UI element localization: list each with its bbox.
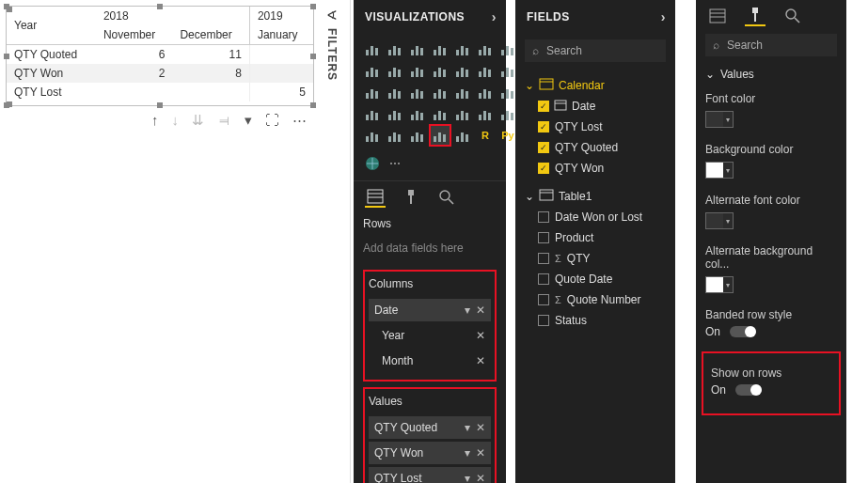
checkbox[interactable] (538, 232, 549, 243)
viz-r-visual[interactable] (498, 104, 517, 123)
viz-stacked-col-100[interactable] (453, 39, 472, 58)
banded-toggle[interactable] (730, 326, 756, 337)
arcgis-icon[interactable] (363, 154, 382, 173)
viz-ribbon[interactable] (453, 61, 472, 80)
field-pill[interactable]: QTY Lost▾✕ (369, 467, 491, 483)
chevron-down-icon[interactable]: ▾ (465, 472, 470, 483)
viz-card[interactable] (363, 104, 382, 123)
remove-icon[interactable]: ✕ (476, 329, 485, 342)
field-row[interactable]: QTY Won (525, 158, 666, 179)
checkbox[interactable] (538, 121, 549, 132)
viz-waterfall[interactable] (476, 61, 495, 80)
checkbox[interactable] (538, 211, 549, 223)
viz-kpi[interactable] (408, 104, 427, 123)
field-row[interactable]: QTY Lost (525, 117, 666, 137)
drill-up-icon[interactable]: ↑ (151, 112, 159, 129)
matrix-visual[interactable]: Year20182019NovemberDecemberJanuaryQTY Q… (6, 6, 314, 106)
viz-multi-card[interactable] (386, 104, 404, 123)
chevron-right-icon[interactable]: › (492, 9, 497, 24)
show-rows-toggle[interactable] (735, 384, 762, 396)
viz-line[interactable] (498, 39, 517, 58)
viz-paginated[interactable] (453, 126, 472, 145)
viz-table[interactable] (453, 104, 472, 123)
chevron-down-icon[interactable]: ▾ (465, 421, 470, 434)
focus-mode-icon[interactable]: ⛶ (265, 112, 279, 129)
viz-map[interactable] (431, 83, 450, 101)
viz-matrix[interactable] (476, 104, 495, 123)
expand-down-icon[interactable]: ⇊ (192, 112, 204, 129)
drill-down-icon[interactable]: ↓ (172, 112, 180, 129)
field-row[interactable]: Quote Date (525, 269, 666, 289)
font-color-swatch[interactable]: ▾ (705, 111, 734, 128)
viz-donut[interactable] (386, 83, 404, 101)
viz-decomp[interactable] (408, 126, 427, 145)
viz-funnel[interactable] (476, 83, 495, 101)
field-row[interactable]: QTY Quoted (525, 137, 666, 158)
format-search[interactable]: ⌕ Search (705, 34, 837, 56)
fields-tab[interactable] (365, 187, 386, 208)
viz-key-influencers[interactable] (386, 126, 404, 145)
field-pill[interactable]: QTY Won▾✕ (369, 442, 491, 464)
bg-color-swatch[interactable]: ▾ (705, 162, 734, 179)
format-tab[interactable] (401, 187, 421, 208)
more-visuals-icon[interactable]: ⋯ (386, 154, 404, 173)
field-row[interactable]: Date (525, 96, 666, 117)
checkbox[interactable] (538, 142, 549, 153)
field-pill[interactable]: Date▾✕ (369, 299, 491, 321)
viz-scatter[interactable] (498, 61, 517, 80)
chevron-right-icon[interactable]: › (661, 9, 666, 24)
viz-custom[interactable]: Py (498, 126, 517, 145)
alt-bg-swatch[interactable]: ▾ (705, 276, 734, 293)
field-group-header[interactable]: ⌄Table1 (525, 186, 666, 207)
fields-search[interactable]: ⌕ Search (525, 39, 666, 62)
format-tab-icon[interactable] (745, 6, 765, 26)
checkbox[interactable] (538, 163, 549, 174)
analytics-tab[interactable] (436, 187, 457, 208)
more-options-icon[interactable]: ⋯ (292, 112, 307, 129)
viz-line-col[interactable] (408, 61, 427, 80)
fields-tab-icon[interactable] (707, 6, 728, 26)
checkbox[interactable] (538, 101, 549, 112)
viz-qna[interactable] (431, 126, 450, 145)
values-section-header[interactable]: ⌄ Values (696, 62, 846, 86)
viz-stacked-bar-h[interactable] (386, 39, 404, 58)
field-row[interactable]: ΣQTY (525, 248, 666, 269)
viz-treemap[interactable] (408, 83, 427, 101)
field-pill[interactable]: Year✕ (369, 324, 491, 347)
field-group-header[interactable]: ⌄Calendar (525, 75, 666, 96)
viz-stacked-bar[interactable] (363, 39, 382, 58)
viz-py-visual[interactable] (363, 126, 382, 145)
remove-icon[interactable]: ✕ (476, 472, 485, 483)
expand-all-icon[interactable]: ⫤ (217, 112, 231, 129)
remove-icon[interactable]: ✕ (476, 354, 485, 367)
checkbox[interactable] (538, 315, 549, 326)
chevron-down-icon[interactable]: ▾ (465, 446, 470, 460)
viz-filled-map[interactable] (453, 83, 472, 101)
viz-clustered-col[interactable] (431, 39, 450, 58)
viz-stacked-bar-100[interactable] (476, 39, 495, 58)
field-pill[interactable]: Month✕ (369, 350, 491, 372)
remove-icon[interactable]: ✕ (476, 421, 485, 434)
remove-icon[interactable]: ✕ (476, 446, 485, 460)
field-row[interactable]: Product (525, 227, 666, 248)
field-row[interactable]: ΣQuote Number (525, 289, 666, 310)
viz-gauge[interactable] (498, 83, 517, 101)
viz-line-col2[interactable] (431, 61, 450, 80)
remove-icon[interactable]: ✕ (476, 304, 485, 317)
checkbox[interactable] (538, 273, 549, 285)
field-row[interactable]: Date Won or Lost (525, 207, 666, 227)
field-row[interactable]: Status (525, 310, 666, 331)
viz-stacked-area[interactable] (386, 61, 404, 80)
checkbox[interactable] (538, 253, 549, 264)
checkbox[interactable] (538, 294, 549, 305)
viz-powerapps[interactable]: R (476, 126, 495, 145)
field-pill[interactable]: QTY Quoted▾✕ (369, 416, 491, 439)
filters-pane-toggle[interactable]: ∢ FILTERS (325, 8, 339, 81)
viz-clustered-bar[interactable] (408, 39, 427, 58)
filter-icon[interactable]: ▾ (245, 112, 252, 129)
chevron-down-icon[interactable]: ▾ (465, 304, 470, 317)
analytics-tab-icon[interactable] (782, 6, 803, 26)
rows-drop-hint[interactable]: Add data fields here (363, 236, 497, 264)
viz-slicer[interactable] (431, 104, 450, 123)
viz-area[interactable] (363, 61, 382, 80)
